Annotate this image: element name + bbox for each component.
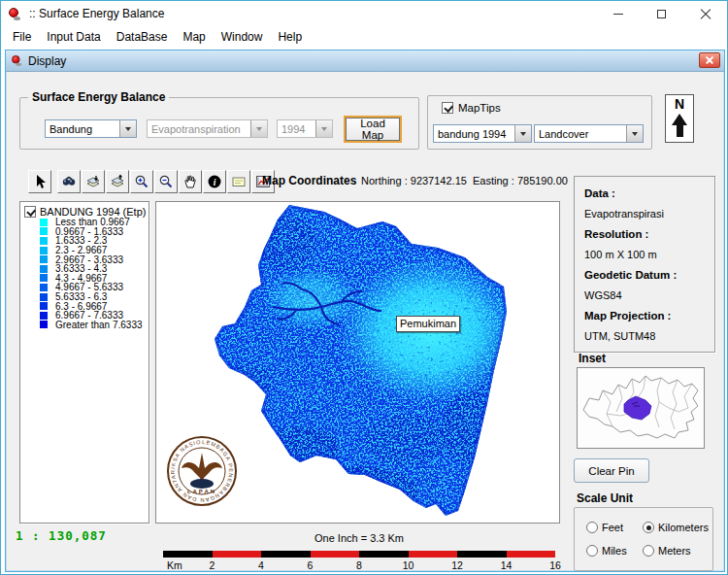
maptip-layer-combobox[interactable]: Landcover [534,124,644,143]
maptip-map-combobox[interactable]: bandung 1994 [433,124,532,143]
maptips-label: MapTips [458,102,501,114]
scale-tick: 2 [201,559,224,571]
maptip-icon [231,174,247,189]
north-letter: N [675,97,684,112]
maximize-button[interactable] [640,1,683,26]
map-toolbar: i [28,169,276,194]
northing-value: 9237142.15 [411,175,467,186]
legend-swatch [40,227,48,235]
legend-swatch [40,247,48,254]
display-titlebar: Display [6,51,724,72]
add-layer-icon [85,174,101,189]
zoom-in-button[interactable] [130,170,153,193]
legend-swatch [40,255,48,263]
region-combobox-value: Bandung [46,123,119,135]
chevron-down-icon [315,120,332,137]
legend-panel: BANDUNG 1994 (Etp) Less than 0.96670.966… [19,201,149,524]
scale-unit-groupbox: FeetKilometersMilesMeters [574,507,713,571]
data-combobox: Evapotranspiration [147,119,268,138]
scale-unit-option[interactable]: Kilometers [643,522,712,533]
minimize-button[interactable] [596,1,640,26]
legend-item: Greater than 7.6333 [24,321,149,330]
minimize-icon [613,14,623,15]
radio-icon[interactable] [586,545,598,557]
legend-title: BANDUNG 1994 (Etp) [40,206,146,218]
info-field-label: Geodetic Datum : [584,265,714,286]
add-layer-button[interactable] [82,170,105,193]
menu-item[interactable]: DataBase [109,27,176,47]
display-window: Display Surface Energy Balance Bandung E… [5,50,725,572]
menu-item[interactable]: Input Data [39,27,108,47]
window-title: :: Surface Energy Balance [29,7,164,20]
north-arrow-box: N [665,94,694,143]
radio-icon[interactable] [643,522,654,533]
northing-label: Northing : [361,175,408,186]
radio-icon[interactable] [643,545,654,557]
legend-swatch [40,219,48,226]
pan-button[interactable] [179,170,202,193]
scale-bar-segment [213,551,262,558]
display-title: Display [28,54,66,68]
chevron-down-icon[interactable] [514,125,531,142]
zoom-out-button[interactable] [154,170,178,193]
menu-item[interactable]: File [5,27,39,47]
load-map-button[interactable]: Load Map [346,118,400,141]
chevron-down-icon[interactable] [626,125,643,142]
data-combobox-value: Evapotranspiration [148,123,250,135]
titlebar: :: Surface Energy Balance [1,1,727,26]
easting-label: Easting : [473,175,514,186]
menu-item[interactable]: Map [175,27,213,47]
chevron-down-icon[interactable] [119,120,136,137]
legend-swatch [40,265,48,273]
legend-swatch [40,302,48,310]
legend-swatch [40,321,48,328]
display-icon [12,54,23,67]
copy-layer-icon [110,174,125,189]
close-button[interactable] [683,1,727,26]
inch-scale-label: One Inch = 3.3 Km [163,532,555,544]
inset-label: Inset [579,352,606,365]
region-combobox[interactable]: Bandung [45,119,137,138]
scale-bar-segment [163,551,213,558]
radio-label: Kilometers [658,522,709,533]
menu-item[interactable]: Help [270,27,310,47]
info-field: Resolution :100 m X 100 m [584,224,714,265]
clear-pin-button[interactable]: Clear Pin [574,458,649,483]
maptip-button[interactable] [227,170,250,193]
info-field-value: 100 m X 100 m [584,245,714,265]
scale-tick: 16 [544,559,567,571]
find-button[interactable] [57,170,81,193]
scale-unit-option[interactable]: Miles [586,545,643,557]
lapan-name: LAPAN [187,489,216,494]
scale-bar-segment [359,551,409,558]
scale-unit-option[interactable]: Meters [643,545,712,557]
north-arrow-icon [671,112,688,139]
info-field: Data :Evapotranspirasi [584,184,714,224]
map-panel[interactable]: Pemukiman LEMBAGA PENERBANGAN DAN ANTARI… [155,201,560,524]
legend-item-label: Greater than 7.6333 [55,320,143,330]
radio-label: Feet [602,522,623,533]
identify-button[interactable]: i [203,170,226,193]
info-field-value: UTM, SUTM48 [584,326,714,347]
svg-text:i: i [214,178,216,187]
maptips-checkbox-row[interactable]: MapTips [442,102,501,114]
coordinates-label: Map Coordinates [262,174,356,187]
scale-bar-segment [409,551,458,558]
maptips-checkbox[interactable] [442,102,453,114]
map-scale-ratio: 1 : 130,087 [16,528,107,543]
coordinates-values: Northing : 9237142.15 Easting : 785190.0… [361,175,568,186]
seb-group-label: Surface Energy Balance [28,90,169,104]
scale-unit-option[interactable]: Feet [586,522,643,533]
menu-item[interactable]: Window [214,27,271,47]
select-cursor-button[interactable] [28,170,51,193]
scale-unit-options: FeetKilometersMilesMeters [575,508,712,557]
scale-bar-segment [261,551,311,558]
legend-layer-checkbox[interactable] [24,206,36,218]
inset-map [577,367,705,449]
radio-icon[interactable] [586,522,598,533]
display-close-button[interactable] [699,52,720,68]
select-cursor-icon [32,174,48,189]
scale-bar-segment [311,551,360,558]
copy-layer-button[interactable] [106,170,129,193]
info-field: Map Projection :UTM, SUTM48 [584,306,714,347]
